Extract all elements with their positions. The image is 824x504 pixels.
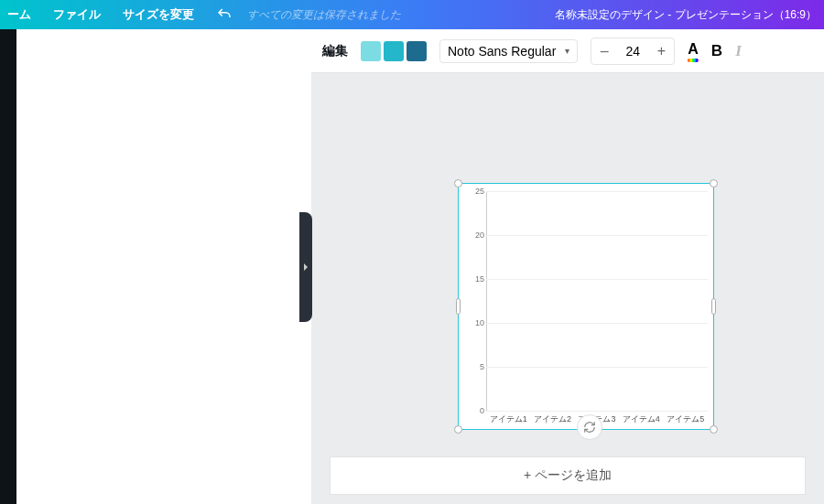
save-status: すべての変更は保存されました [247,7,401,23]
font-size-decrease[interactable]: – [591,38,617,64]
resize-handle-tl[interactable] [454,179,462,188]
y-tick-label: 5 [462,362,484,371]
canvas-stage[interactable]: 0510152025 アイテム1アイテム2アイテム3アイテム4アイテム5 + ペ… [311,73,824,504]
elements-panel-wrapper [16,29,311,504]
undo-icon[interactable] [216,6,233,23]
y-tick-label: 15 [462,274,484,284]
y-tick-label: 25 [462,187,484,196]
font-size-increase[interactable]: + [648,38,674,64]
main-area: 編集 Noto Sans Regular ▾ – 24 + A B I [0,29,824,504]
color-swatches [361,41,427,61]
top-menu-bar: ーム ファイル サイズを変更 すべての変更は保存されました 名称未設定のデザイン… [0,0,824,29]
x-tick-label: アイテム2 [534,413,571,425]
resize-menu[interactable]: サイズを変更 [123,6,194,23]
sync-icon[interactable] [577,414,602,440]
add-page-button[interactable]: + ページを追加 [330,456,806,495]
x-tick-label: アイテム5 [667,413,704,425]
swatch-3[interactable] [407,41,427,61]
font-family-select[interactable]: Noto Sans Regular ▾ [439,39,578,63]
context-toolbar: 編集 Noto Sans Regular ▾ – 24 + A B I [311,29,824,73]
resize-handle-bl[interactable] [454,425,462,434]
resize-handle-tr[interactable] [710,179,718,188]
edit-data-button[interactable]: 編集 [322,43,348,59]
chart-object[interactable]: 0510152025 アイテム1アイテム2アイテム3アイテム4アイテム5 [458,183,714,430]
chart-plot-area: 0510152025 [486,191,708,411]
panel-collapse-handle[interactable] [299,212,312,322]
resize-handle-r[interactable] [711,298,716,315]
tools-rail [0,29,16,504]
font-size-value[interactable]: 24 [617,44,648,59]
swatch-1[interactable] [361,41,381,61]
resize-handle-br[interactable] [710,425,718,434]
home-menu[interactable]: ーム [7,6,31,23]
font-family-label: Noto Sans Regular [448,44,556,59]
y-tick-label: 0 [462,406,484,415]
x-tick-label: アイテム1 [490,413,527,425]
swatch-2[interactable] [384,41,404,61]
y-tick-label: 10 [462,318,484,327]
x-tick-label: アイテム4 [623,413,660,425]
file-menu[interactable]: ファイル [53,6,101,23]
italic-button[interactable]: I [735,42,742,60]
canvas-area: 編集 Noto Sans Regular ▾ – 24 + A B I [311,29,824,504]
bold-button[interactable]: B [711,42,722,60]
y-tick-label: 20 [462,231,484,240]
document-title[interactable]: 名称未設定のデザイン - プレゼンテーション（16:9） [555,7,817,23]
font-size-stepper: – 24 + [591,38,675,65]
chevron-down-icon: ▾ [565,46,569,56]
text-color-button[interactable]: A [688,41,699,60]
resize-handle-l[interactable] [456,298,461,315]
